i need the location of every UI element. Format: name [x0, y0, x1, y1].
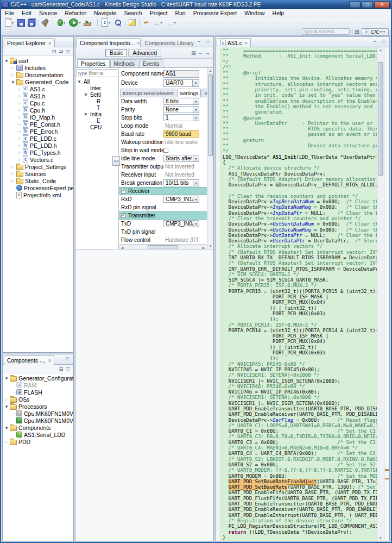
annotation-ruler[interactable] — [216, 47, 221, 541]
separator[interactable]: ▾ — [96, 18, 99, 27]
menu-item[interactable]: Help — [269, 10, 288, 16]
menu-item[interactable]: Search — [120, 10, 146, 16]
expand-arrow-icon[interactable] — [77, 79, 82, 84]
tree-item[interactable]: Cpu:MK60FN1M0VLQ12 — [4, 410, 73, 417]
minimize-button[interactable]: – — [349, 1, 361, 8]
property-row[interactable]: RxD CMP3_IN1/PTA15/SPI — [119, 195, 207, 203]
property-value[interactable]: Normal — [163, 122, 199, 129]
settings-subtab[interactable]: Interrupt service/event — [120, 89, 176, 97]
build-icon[interactable]: ▾ — [41, 18, 50, 27]
property-value[interactable]: 10/11 bits — [163, 179, 199, 186]
dropdown-arrow-icon[interactable]: ▾ — [79, 21, 80, 24]
property-value[interactable]: 8 bits — [163, 98, 199, 105]
save-all-icon[interactable]: ▾ — [27, 18, 36, 27]
menu-item[interactable]: Project — [146, 10, 172, 16]
property-row[interactable]: Stop in wait mode — [119, 146, 207, 154]
dropdown-arrow-icon[interactable]: ▾ — [64, 21, 65, 24]
expand-arrow-icon[interactable] — [17, 101, 22, 105]
expand-arrow-icon[interactable] — [4, 376, 9, 381]
filter-input[interactable] — [77, 69, 117, 77]
title-bar[interactable]: C/C++ - uart/Generated_Code/AS1.c - Kine… — [1, 0, 391, 9]
debug-icon[interactable]: ▾ — [55, 18, 68, 27]
expand-arrow-icon[interactable] — [10, 79, 16, 85]
property-row[interactable]: Flow control Hardware (RTS/CTS) — [119, 236, 207, 244]
property-row[interactable]: Receiver input Not inverted — [119, 171, 207, 179]
tree-item[interactable]: PDD — [4, 438, 73, 445]
property-row[interactable]: Transmitter output Not inverted — [119, 163, 207, 171]
property-value[interactable]: Starts after st — [163, 155, 199, 162]
minimize-icon[interactable]: – — [195, 38, 203, 45]
menu-item[interactable]: Edit — [18, 10, 35, 16]
basic-mode-button[interactable]: Basic — [105, 49, 127, 57]
checkbox[interactable] — [163, 148, 168, 153]
collapse-all-icon[interactable]: ⊟ — [50, 48, 58, 55]
scroll-right-icon[interactable]: ▶ — [200, 246, 207, 249]
expand-arrow-icon[interactable] — [4, 58, 9, 64]
property-value[interactable] — [163, 204, 199, 211]
inspector-tab[interactable]: Properties — [77, 59, 110, 67]
maximize-icon[interactable]: □ — [204, 38, 211, 45]
tree-item[interactable]: Static_Code — [4, 177, 73, 184]
expand-arrow-icon[interactable] — [10, 165, 16, 169]
nav-tree-item[interactable]: All — [77, 78, 117, 85]
property-value[interactable]: Not inverted — [163, 171, 199, 178]
expand-arrow-icon[interactable] — [4, 440, 9, 444]
tree-item[interactable]: PE_Const.h — [4, 121, 73, 128]
scroll-down-icon[interactable]: ▼ — [379, 535, 382, 541]
last-edit-location-icon[interactable]: ▾ — [141, 18, 151, 27]
tree-item[interactable]: Sources — [4, 170, 73, 177]
property-value[interactable]: 1 — [163, 114, 199, 121]
tab-as1-c[interactable]: AS1.c ✕ — [217, 38, 251, 47]
property-value[interactable]: CMP3_IN1/PTA15/SPI — [163, 196, 199, 203]
property-value[interactable]: None — [163, 106, 199, 113]
tab-project-explorer[interactable]: Project Explorer ✕ — [4, 38, 55, 47]
tree-item[interactable]: Documentation — [4, 71, 73, 78]
dropdown-arrow-icon[interactable]: ▾ — [90, 21, 91, 24]
tab-components-library[interactable]: Components Library — [142, 38, 194, 47]
property-value[interactable] — [163, 228, 199, 235]
expand-arrow-icon[interactable] — [17, 122, 22, 127]
tree-item[interactable]: PE_LDD.h — [4, 142, 73, 149]
expand-arrow-icon[interactable] — [4, 404, 9, 409]
scrollbar-thumb[interactable] — [378, 62, 383, 176]
collapse-all-icon[interactable]: ⊟ — [58, 365, 65, 372]
expand-arrow-icon[interactable] — [83, 92, 88, 97]
tree-item[interactable]: PE_Error.h — [4, 128, 73, 135]
perspective-button-cpp[interactable]: CC/C++ — [362, 28, 389, 35]
close-icon[interactable]: ✕ — [137, 41, 141, 46]
tree-item[interactable]: ProcessorExpert.pe — [4, 184, 73, 191]
scroll-up-icon[interactable]: ▲ — [379, 47, 382, 53]
tree-item[interactable]: Generator_Configurations — [4, 375, 73, 382]
overview-ruler[interactable] — [384, 47, 389, 541]
property-row[interactable]: Parity None — [119, 105, 207, 114]
menu-item[interactable]: Run — [171, 10, 189, 16]
tree-item[interactable]: RAM — [4, 382, 73, 389]
menu-item[interactable]: Navigate — [90, 10, 120, 16]
expand-arrow-icon[interactable] — [10, 172, 16, 176]
property-value[interactable]: Idle line wake — [163, 139, 199, 146]
property-row[interactable]: Data width 8 bits — [119, 97, 207, 105]
property-value[interactable]: Not inverted — [163, 163, 199, 170]
nav-tree-item[interactable]: CPU — [77, 124, 117, 130]
separator[interactable]: ▾ — [123, 18, 127, 27]
vertical-scrollbar[interactable]: ▲ ▼ — [207, 68, 213, 249]
tree-item[interactable]: Cpu.c — [4, 99, 73, 107]
menu-item[interactable]: Refactor — [61, 10, 90, 16]
expand-arrow-icon[interactable] — [17, 94, 22, 98]
tree-item[interactable]: Project_Settings — [4, 163, 73, 170]
property-row[interactable]: Transmitter — [119, 211, 207, 220]
expand-arrow-icon[interactable] — [17, 115, 22, 120]
nav-tree-item[interactable]: R — [77, 98, 117, 104]
tab-components[interactable]: Components -... ✕ — [4, 355, 54, 365]
expand-arrow-icon[interactable] — [17, 108, 22, 113]
new-wizard-icon[interactable]: ▾ — [3, 18, 16, 27]
close-icon[interactable]: ✕ — [244, 41, 248, 46]
minimize-icon[interactable]: – — [55, 355, 62, 362]
property-value[interactable]: 9600 baud — [163, 130, 199, 138]
tree-item[interactable]: Includes — [4, 64, 73, 71]
scroll-left-icon[interactable]: ◀ — [119, 246, 125, 249]
collapse-nav-button[interactable]: << — [112, 156, 120, 166]
maximize-button[interactable]: □ — [362, 1, 373, 8]
tree-item[interactable]: Cpu.h — [4, 107, 73, 114]
back-icon[interactable]: ▾ — [151, 18, 165, 27]
